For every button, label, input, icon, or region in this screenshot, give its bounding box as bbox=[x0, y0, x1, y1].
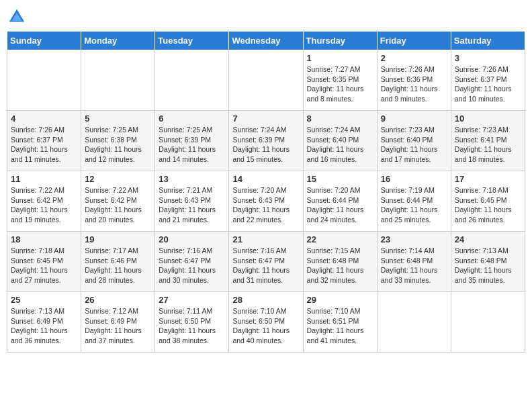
calendar-cell: 11Sunrise: 7:22 AMSunset: 6:42 PMDayligh… bbox=[7, 171, 81, 232]
page-header bbox=[7, 7, 525, 27]
day-number: 16 bbox=[381, 174, 447, 184]
day-number: 13 bbox=[159, 174, 225, 184]
day-number: 9 bbox=[381, 113, 447, 124]
day-info: Sunrise: 7:22 AMSunset: 6:42 PMDaylight:… bbox=[85, 185, 151, 225]
calendar-cell: 4Sunrise: 7:26 AMSunset: 6:37 PMDaylight… bbox=[7, 111, 81, 171]
calendar-cell: 27Sunrise: 7:11 AMSunset: 6:50 PMDayligh… bbox=[155, 292, 229, 353]
day-info: Sunrise: 7:25 AMSunset: 6:38 PMDaylight:… bbox=[85, 125, 151, 165]
calendar-cell bbox=[7, 50, 81, 111]
calendar-week-row: 1Sunrise: 7:27 AMSunset: 6:35 PMDaylight… bbox=[7, 50, 525, 111]
day-info: Sunrise: 7:12 AMSunset: 6:49 PMDaylight:… bbox=[85, 306, 151, 346]
day-number: 25 bbox=[11, 295, 77, 305]
day-info: Sunrise: 7:16 AMSunset: 6:47 PMDaylight:… bbox=[159, 246, 225, 285]
day-info: Sunrise: 7:27 AMSunset: 6:35 PMDaylight:… bbox=[307, 64, 373, 104]
weekday-header: Wednesday bbox=[229, 32, 303, 50]
calendar-cell: 14Sunrise: 7:20 AMSunset: 6:43 PMDayligh… bbox=[229, 171, 303, 232]
calendar-cell: 7Sunrise: 7:24 AMSunset: 6:39 PMDaylight… bbox=[229, 111, 303, 171]
calendar-cell bbox=[229, 50, 303, 111]
day-number: 7 bbox=[232, 113, 299, 124]
day-number: 28 bbox=[232, 295, 299, 305]
calendar-cell: 8Sunrise: 7:24 AMSunset: 6:40 PMDaylight… bbox=[303, 111, 377, 171]
calendar-cell bbox=[81, 50, 155, 111]
day-info: Sunrise: 7:18 AMSunset: 6:45 PMDaylight:… bbox=[455, 185, 521, 225]
day-number: 24 bbox=[455, 234, 521, 244]
day-info: Sunrise: 7:13 AMSunset: 6:49 PMDaylight:… bbox=[11, 306, 77, 346]
weekday-header-row: SundayMondayTuesdayWednesdayThursdayFrid… bbox=[7, 32, 525, 50]
day-info: Sunrise: 7:10 AMSunset: 6:50 PMDaylight:… bbox=[232, 306, 299, 346]
calendar-cell: 18Sunrise: 7:18 AMSunset: 6:45 PMDayligh… bbox=[7, 232, 81, 292]
day-number: 18 bbox=[11, 234, 77, 244]
day-number: 21 bbox=[232, 234, 299, 244]
calendar-cell: 19Sunrise: 7:17 AMSunset: 6:46 PMDayligh… bbox=[81, 232, 155, 292]
weekday-header: Saturday bbox=[451, 32, 525, 50]
calendar-cell: 3Sunrise: 7:26 AMSunset: 6:37 PMDaylight… bbox=[451, 50, 525, 111]
day-info: Sunrise: 7:26 AMSunset: 6:37 PMDaylight:… bbox=[455, 64, 521, 104]
calendar-cell: 23Sunrise: 7:14 AMSunset: 6:48 PMDayligh… bbox=[377, 232, 451, 292]
day-info: Sunrise: 7:16 AMSunset: 6:47 PMDaylight:… bbox=[232, 246, 299, 285]
calendar-cell: 1Sunrise: 7:27 AMSunset: 6:35 PMDaylight… bbox=[303, 50, 377, 111]
calendar-week-row: 18Sunrise: 7:18 AMSunset: 6:45 PMDayligh… bbox=[7, 232, 525, 292]
day-info: Sunrise: 7:14 AMSunset: 6:48 PMDaylight:… bbox=[381, 246, 447, 285]
weekday-header: Sunday bbox=[7, 32, 81, 50]
logo bbox=[7, 7, 30, 27]
calendar-cell: 29Sunrise: 7:10 AMSunset: 6:51 PMDayligh… bbox=[303, 292, 377, 353]
calendar-cell: 28Sunrise: 7:10 AMSunset: 6:50 PMDayligh… bbox=[229, 292, 303, 353]
day-number: 22 bbox=[307, 234, 373, 244]
day-number: 12 bbox=[85, 174, 151, 184]
day-number: 1 bbox=[307, 53, 373, 63]
day-number: 10 bbox=[455, 113, 521, 124]
day-info: Sunrise: 7:22 AMSunset: 6:42 PMDaylight:… bbox=[11, 185, 77, 225]
day-info: Sunrise: 7:26 AMSunset: 6:36 PMDaylight:… bbox=[381, 64, 447, 104]
day-number: 4 bbox=[11, 113, 77, 124]
calendar-week-row: 11Sunrise: 7:22 AMSunset: 6:42 PMDayligh… bbox=[7, 171, 525, 232]
day-number: 5 bbox=[85, 113, 151, 124]
day-info: Sunrise: 7:26 AMSunset: 6:37 PMDaylight:… bbox=[11, 125, 77, 165]
calendar-cell bbox=[155, 50, 229, 111]
day-info: Sunrise: 7:19 AMSunset: 6:44 PMDaylight:… bbox=[381, 185, 447, 225]
day-number: 11 bbox=[11, 174, 77, 184]
calendar-cell: 22Sunrise: 7:15 AMSunset: 6:48 PMDayligh… bbox=[303, 232, 377, 292]
calendar-week-row: 25Sunrise: 7:13 AMSunset: 6:49 PMDayligh… bbox=[7, 292, 525, 353]
calendar-cell: 5Sunrise: 7:25 AMSunset: 6:38 PMDaylight… bbox=[81, 111, 155, 171]
weekday-header: Tuesday bbox=[155, 32, 229, 50]
day-info: Sunrise: 7:20 AMSunset: 6:44 PMDaylight:… bbox=[307, 185, 373, 225]
calendar-cell: 13Sunrise: 7:21 AMSunset: 6:43 PMDayligh… bbox=[155, 171, 229, 232]
day-number: 6 bbox=[159, 113, 225, 124]
day-number: 14 bbox=[232, 174, 299, 184]
day-info: Sunrise: 7:23 AMSunset: 6:41 PMDaylight:… bbox=[455, 125, 521, 165]
day-number: 23 bbox=[381, 234, 447, 244]
day-info: Sunrise: 7:10 AMSunset: 6:51 PMDaylight:… bbox=[307, 306, 373, 346]
day-number: 29 bbox=[307, 295, 373, 305]
day-number: 27 bbox=[159, 295, 225, 305]
calendar-cell: 26Sunrise: 7:12 AMSunset: 6:49 PMDayligh… bbox=[81, 292, 155, 353]
calendar-cell: 25Sunrise: 7:13 AMSunset: 6:49 PMDayligh… bbox=[7, 292, 81, 353]
day-info: Sunrise: 7:21 AMSunset: 6:43 PMDaylight:… bbox=[159, 185, 225, 225]
calendar-cell: 2Sunrise: 7:26 AMSunset: 6:36 PMDaylight… bbox=[377, 50, 451, 111]
day-info: Sunrise: 7:13 AMSunset: 6:48 PMDaylight:… bbox=[455, 246, 521, 285]
day-info: Sunrise: 7:17 AMSunset: 6:46 PMDaylight:… bbox=[85, 246, 151, 285]
calendar-cell bbox=[377, 292, 451, 353]
day-number: 17 bbox=[455, 174, 521, 184]
calendar-cell: 17Sunrise: 7:18 AMSunset: 6:45 PMDayligh… bbox=[451, 171, 525, 232]
calendar-cell: 6Sunrise: 7:25 AMSunset: 6:39 PMDaylight… bbox=[155, 111, 229, 171]
day-number: 26 bbox=[85, 295, 151, 305]
day-info: Sunrise: 7:15 AMSunset: 6:48 PMDaylight:… bbox=[307, 246, 373, 285]
day-info: Sunrise: 7:25 AMSunset: 6:39 PMDaylight:… bbox=[159, 125, 225, 165]
calendar-table: SundayMondayTuesdayWednesdayThursdayFrid… bbox=[7, 31, 525, 353]
calendar-cell: 20Sunrise: 7:16 AMSunset: 6:47 PMDayligh… bbox=[155, 232, 229, 292]
calendar-cell: 15Sunrise: 7:20 AMSunset: 6:44 PMDayligh… bbox=[303, 171, 377, 232]
calendar-cell: 16Sunrise: 7:19 AMSunset: 6:44 PMDayligh… bbox=[377, 171, 451, 232]
day-info: Sunrise: 7:20 AMSunset: 6:43 PMDaylight:… bbox=[232, 185, 299, 225]
weekday-header: Thursday bbox=[303, 32, 377, 50]
calendar-cell: 10Sunrise: 7:23 AMSunset: 6:41 PMDayligh… bbox=[451, 111, 525, 171]
calendar-cell bbox=[451, 292, 525, 353]
day-number: 3 bbox=[455, 53, 521, 63]
day-number: 2 bbox=[381, 53, 447, 63]
logo-icon bbox=[7, 7, 27, 27]
calendar-cell: 12Sunrise: 7:22 AMSunset: 6:42 PMDayligh… bbox=[81, 171, 155, 232]
day-number: 8 bbox=[307, 113, 373, 124]
day-number: 20 bbox=[159, 234, 225, 244]
day-info: Sunrise: 7:24 AMSunset: 6:40 PMDaylight:… bbox=[307, 125, 373, 165]
day-number: 15 bbox=[307, 174, 373, 184]
day-info: Sunrise: 7:23 AMSunset: 6:40 PMDaylight:… bbox=[381, 125, 447, 165]
